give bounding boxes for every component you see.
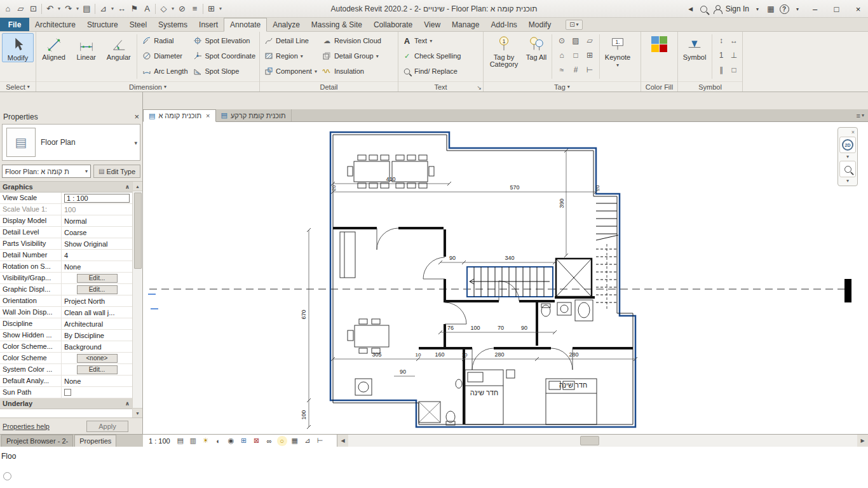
default-analysis-value[interactable]: None	[62, 376, 132, 386]
collapse-section-icon[interactable]: ∧	[125, 400, 130, 407]
type-selector-dropdown-icon[interactable]: ▾	[134, 140, 137, 146]
visibility-graphics-edit-button[interactable]: Edit...	[77, 274, 118, 283]
element-selector-combo[interactable]: Floor Plan: ת קומה א ▾	[2, 165, 91, 178]
horizontal-scrollbar[interactable]: ◀ ▶	[337, 435, 868, 447]
tab-modify[interactable]: Modify	[523, 18, 557, 31]
aligned-dimension-icon[interactable]: ↔	[116, 3, 128, 15]
display-model-value[interactable]: Normal	[62, 215, 132, 226]
show-hidden-value[interactable]: By Discipline	[62, 330, 132, 341]
temporary-view-properties-icon[interactable]: ▦	[290, 436, 300, 446]
dimension-panel-label[interactable]: Dimension▾	[36, 81, 259, 92]
angular-dimension-button[interactable]: Angular	[103, 33, 134, 61]
rebar-symbol-icon[interactable]: ∥	[715, 62, 728, 77]
tab-addins[interactable]: Add-Ins	[485, 18, 522, 31]
tag-by-category-button[interactable]: 1 Tag by Category	[485, 33, 522, 68]
tab-structure[interactable]: Structure	[81, 18, 124, 31]
tab-manage[interactable]: Manage	[446, 18, 485, 31]
tag-panel-label[interactable]: Tag▾	[484, 81, 641, 92]
space-tag-icon[interactable]: □	[569, 48, 583, 62]
detail-level-value[interactable]: Coarse	[62, 227, 132, 238]
graphic-display-edit-button[interactable]: Edit...	[77, 285, 118, 294]
show-crop-region-icon[interactable]: ⊠	[252, 436, 262, 446]
help-dropdown-icon[interactable]: ▾	[792, 3, 803, 15]
view-tab-inactive[interactable]: ▤ תוכנית קומת קרקע	[216, 109, 292, 121]
tread-number-icon[interactable]: #	[569, 62, 583, 77]
tab-systems[interactable]: Systems	[153, 18, 193, 31]
section-graphics[interactable]: Graphics ∧	[0, 182, 132, 193]
generic-symbol-icon[interactable]: □	[728, 62, 740, 77]
diameter-dimension-button[interactable]: Diameter	[140, 48, 189, 64]
minimize-button[interactable]: –	[806, 1, 824, 17]
file-tab[interactable]: File	[0, 18, 29, 31]
color-fill-legend-button[interactable]	[644, 33, 675, 53]
text-dialog-launcher-icon[interactable]: ↘	[477, 85, 482, 91]
orientation-value[interactable]: Project North	[62, 295, 132, 306]
spot-coordinate-button[interactable]: Spot Coordinate	[191, 48, 258, 64]
parts-visibility-value[interactable]: Show Original	[62, 238, 132, 249]
maximize-button[interactable]: □	[827, 1, 846, 17]
default-3d-view-icon[interactable]: ◇	[158, 3, 170, 15]
view-reference-icon[interactable]: ⊞	[583, 48, 597, 62]
stair-path-icon[interactable]: ↔	[728, 33, 740, 48]
shadows-icon[interactable]: ◐	[214, 436, 224, 446]
text-icon[interactable]: A	[141, 3, 153, 15]
tab-annotate[interactable]: Annotate	[224, 18, 267, 32]
scroll-thumb[interactable]	[134, 193, 142, 269]
redo-icon[interactable]: ↷	[62, 3, 74, 15]
symbol-button[interactable]: Symbol	[680, 33, 709, 61]
revision-cloud-button[interactable]: ☁ Revision Cloud	[320, 33, 383, 48]
view-scale-input[interactable]: 1 : 100	[64, 194, 130, 203]
tab-insert[interactable]: Insert	[193, 18, 224, 31]
linear-dimension-button[interactable]: Linear	[71, 33, 102, 61]
view-scale-control[interactable]: 1 : 100	[146, 437, 173, 445]
measure-dropdown-icon[interactable]: ▾	[110, 3, 115, 15]
zoom-button[interactable]	[839, 161, 856, 177]
measure-icon[interactable]: ⊿	[97, 3, 109, 15]
sun-path-icon[interactable]: ☀	[201, 436, 211, 446]
app-store-icon[interactable]: ▦	[766, 3, 776, 15]
navbar-close-icon[interactable]: ×	[849, 129, 857, 135]
spot-elevation-button[interactable]: Spot Elevation	[191, 33, 258, 48]
3d-dropdown-icon[interactable]: ▾	[170, 3, 175, 15]
sign-in-dropdown-icon[interactable]: ▾	[752, 3, 763, 15]
tab-architecture[interactable]: Architecture	[29, 18, 81, 31]
multi-rebar-tag-icon[interactable]: ≈	[555, 62, 569, 77]
redo-dropdown-icon[interactable]: ▾	[75, 3, 80, 15]
properties-tab[interactable]: Properties	[74, 435, 116, 447]
system-color-edit-button[interactable]: Edit...	[77, 365, 118, 374]
collapse-section-icon[interactable]: ∧	[125, 184, 130, 190]
help-icon[interactable]: ?	[779, 3, 789, 15]
analytical-model-icon[interactable]: ⊿	[302, 436, 313, 446]
close-view-tab-icon[interactable]: ×	[206, 112, 210, 119]
tab-collaborate[interactable]: Collaborate	[368, 18, 418, 31]
ribbon-display-toggle[interactable]: ⊡ ▾	[566, 20, 582, 30]
save-icon[interactable]: ⊡	[27, 3, 39, 15]
reveal-constraints-icon[interactable]: ⊢	[315, 436, 325, 446]
detail-group-button[interactable]: Detail Group▾	[320, 48, 383, 64]
material-tag-icon[interactable]: ▨	[569, 33, 583, 48]
navigation-bar[interactable]: × 2D ▾ ▾	[837, 127, 858, 186]
arc-length-dimension-button[interactable]: Arc Length	[140, 64, 189, 79]
type-selector[interactable]: ▤ Floor Plan ▾	[2, 124, 140, 161]
reveal-hidden-elements-icon[interactable]: ○	[277, 436, 287, 446]
keynote-button[interactable]: 1. Keynote ▾	[602, 33, 633, 69]
view-tab-active[interactable]: ▤ תוכנית קומה א ×	[143, 109, 216, 122]
wall-join-value[interactable]: Clean all wall j...	[62, 307, 132, 318]
hscroll-thumb[interactable]	[580, 436, 599, 445]
tab-list-menu-icon[interactable]: ≡▾	[853, 109, 868, 121]
discipline-value[interactable]: Architectural	[62, 318, 132, 329]
spot-slope-button[interactable]: Spot Slope	[191, 64, 258, 79]
steering-wheel-button[interactable]: 2D	[839, 137, 856, 153]
span-direction-icon[interactable]: ↕	[715, 33, 728, 48]
tag-by-category-icon[interactable]: ⚑	[128, 3, 140, 15]
properties-scrollbar[interactable]: ▲ ▼	[132, 182, 142, 417]
zoom-dropdown-icon[interactable]: ▾	[846, 178, 849, 184]
region-button[interactable]: Region▾	[262, 48, 319, 64]
visual-style-icon[interactable]: ▥	[188, 436, 198, 446]
qat-customize-dropdown-icon[interactable]: ▾	[218, 3, 223, 15]
component-button[interactable]: Component▾	[262, 64, 319, 79]
scroll-up-icon[interactable]: ▲	[133, 182, 142, 191]
find-replace-button[interactable]: Find/ Replace	[400, 64, 463, 79]
rotation-value[interactable]: None	[62, 261, 132, 272]
print-icon[interactable]: ▤	[81, 3, 93, 15]
